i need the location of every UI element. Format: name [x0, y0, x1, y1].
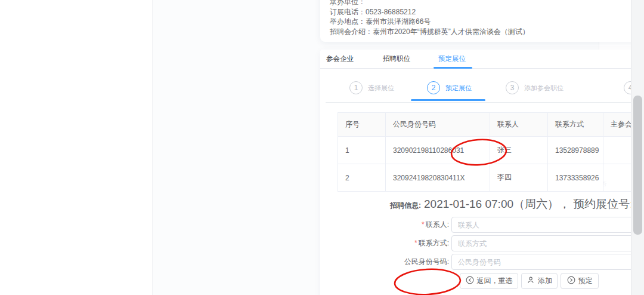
step-3-add-positions: 3 添加参会职位: [506, 81, 564, 94]
tab-attending-companies[interactable]: 参会企业: [326, 50, 354, 68]
id-number-row: 公民身份号码:: [320, 254, 644, 270]
back-circle-icon: [466, 276, 474, 286]
row-phone: 13733358926: [548, 164, 603, 192]
required-star: *: [414, 239, 417, 247]
step-2-number: 2: [427, 81, 440, 94]
tab-job-positions[interactable]: 招聘职位: [383, 50, 410, 68]
booking-phone-line: 订展电话：0523-86885212: [330, 7, 530, 17]
row-index: 1: [338, 137, 386, 164]
booking-datetime-text: 2021-01-16 07:00（周六）， 预约展位号:: [424, 196, 633, 212]
id-number-input[interactable]: [451, 254, 644, 270]
tab-bar: 参会企业 招聘职位 预定展位: [320, 50, 644, 69]
active-step-underline: [411, 99, 485, 101]
booking-info-line: 招聘信息: 2021-01-16 07:00（周六）， 预约展位号: 75: [390, 196, 644, 212]
step-1-select-booth: 1 选择展位: [349, 81, 394, 94]
scrollbar-thumb[interactable]: [633, 96, 642, 235]
step-3-label: 添加参会职位: [524, 84, 564, 93]
table-row: 2 32092419820830411X 李四 13733358926 否 删除: [338, 164, 644, 192]
contact-name-row: *联系人:: [320, 217, 644, 233]
contact-name-label: 联系人:: [426, 220, 449, 229]
table-row: 1 320902198110286031 张三 13528978889 是 删除: [338, 137, 644, 164]
table-header-row: 序号 公民身份号码 联系人 联系方式 主参会人 操作: [338, 113, 644, 137]
step-2-reserve-booth: 2 预定展位: [427, 81, 472, 94]
attendee-table: 序号 公民身份号码 联系人 联系方式 主参会人 操作 1 32090219811…: [338, 112, 644, 192]
contact-phone-row: *联系方式:: [320, 235, 644, 251]
scrollbar-track[interactable]: [631, 0, 644, 295]
content-panel: 承办单位： 订展电话：0523-86885212 举办地点：泰州市洪泽湖路66号…: [152, 0, 599, 295]
required-star: *: [422, 220, 425, 229]
col-header-index: 序号: [338, 113, 386, 137]
booth-booking-page: 承办单位： 订展电话：0523-86885212 举办地点：泰州市洪泽湖路66号…: [0, 0, 644, 295]
contact-phone-input[interactable]: [451, 235, 644, 251]
step-1-number: 1: [349, 81, 363, 94]
col-header-id-number: 公民身份号码: [386, 113, 490, 137]
toggle-knob: [612, 179, 621, 189]
id-number-label: 公民身份号码:: [404, 257, 449, 266]
back-reselect-button[interactable]: 返回，重选: [460, 273, 518, 289]
step-indicator: 1 选择展位 2 预定展位 3 添加参会职位 4 预约成功: [326, 79, 644, 103]
toggle-knob: [603, 152, 610, 161]
row-index: 2: [338, 164, 386, 192]
venue-line: 举办地点：泰州市洪泽湖路66号: [330, 17, 530, 27]
step-3-number: 3: [506, 81, 519, 94]
contact-name-input[interactable]: [451, 217, 644, 233]
active-tab-underline: [434, 67, 472, 69]
booking-info-label: 招聘信息:: [390, 201, 421, 211]
col-header-contact: 联系人: [490, 113, 548, 137]
col-header-phone: 联系方式: [548, 113, 603, 137]
step-2-label: 预定展位: [445, 84, 472, 93]
row-id-number: 320902198110286031: [386, 137, 490, 164]
toggle-off-label: 否: [603, 178, 607, 190]
forward-circle-icon: [567, 276, 575, 286]
contact-phone-label: 联系方式:: [419, 239, 449, 247]
step-1-label: 选择展位: [368, 84, 394, 93]
organizer-line: 承办单位：: [330, 0, 530, 7]
row-phone: 13528978889: [548, 137, 603, 164]
event-info-card: 承办单位： 订展电话：0523-86885212 举办地点：泰州市洪泽湖路66号…: [320, 0, 644, 42]
row-contact: 张三: [490, 137, 548, 164]
event-info-lines: 承办单位： 订展电话：0523-86885212 举办地点：泰州市洪泽湖路66号…: [330, 0, 530, 36]
tab-reserve-booth[interactable]: 预定展位: [438, 50, 466, 68]
row-id-number: 32092419820830411X: [386, 164, 490, 192]
reserve-button[interactable]: 预定: [561, 273, 599, 289]
add-attendee-button[interactable]: 添加: [521, 273, 558, 289]
booking-card: 参会企业 招聘职位 预定展位 1 选择展位 2 预定展位 3 添加参会职位: [320, 50, 644, 295]
fair-intro-line: 招聘会介绍：泰州市2020年“博揽群英”人才供需洽谈会（测试）: [330, 27, 530, 37]
toggle-on-label: 是: [615, 150, 620, 162]
form-actions: 返回，重选 添加 预定: [460, 273, 599, 289]
user-icon: [527, 276, 535, 286]
row-contact: 李四: [490, 164, 548, 192]
